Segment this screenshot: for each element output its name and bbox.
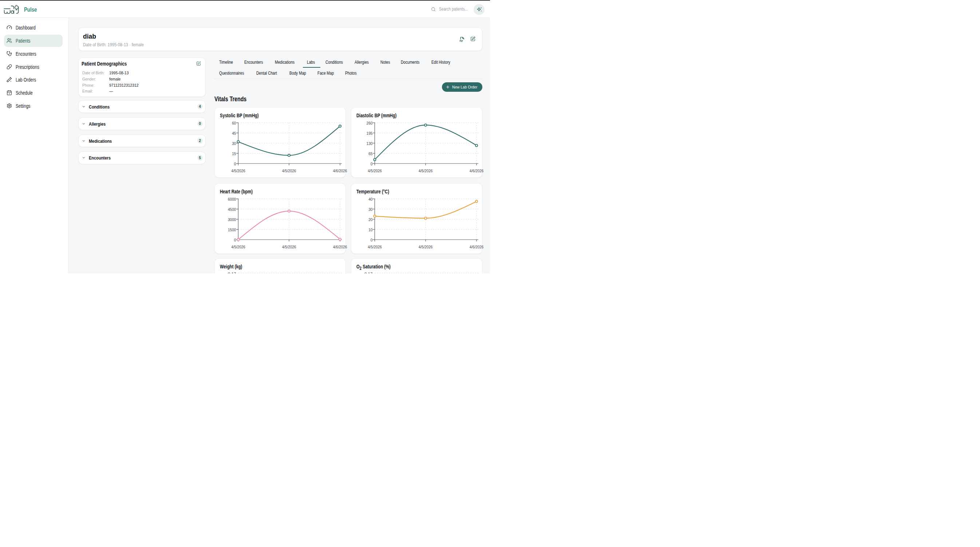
svg-text:40: 40 bbox=[368, 197, 372, 201]
svg-text:60: 60 bbox=[232, 121, 236, 125]
svg-text:4/5/2026: 4/5/2026 bbox=[282, 169, 296, 173]
svg-text:0: 0 bbox=[370, 238, 372, 242]
svg-text:4/5/2026: 4/5/2026 bbox=[282, 245, 296, 249]
svg-text:0.17: 0.17 bbox=[228, 272, 236, 273]
svg-text:130: 130 bbox=[366, 141, 372, 146]
svg-text:4/5/2026: 4/5/2026 bbox=[368, 169, 382, 173]
svg-text:195: 195 bbox=[366, 131, 372, 136]
svg-text:4500: 4500 bbox=[228, 207, 236, 211]
svg-text:30: 30 bbox=[368, 207, 372, 211]
svg-text:3000: 3000 bbox=[228, 217, 236, 222]
svg-text:4/6/2026: 4/6/2026 bbox=[469, 169, 484, 173]
svg-text:PDF: PDF bbox=[460, 39, 463, 42]
svg-text:4/6/2026: 4/6/2026 bbox=[333, 169, 347, 173]
svg-text:4/5/2026: 4/5/2026 bbox=[418, 245, 433, 249]
svg-text:4/5/2026: 4/5/2026 bbox=[368, 245, 382, 249]
svg-text:45: 45 bbox=[232, 131, 236, 136]
svg-text:4/5/2026: 4/5/2026 bbox=[418, 169, 433, 173]
svg-text:10: 10 bbox=[368, 227, 372, 231]
svg-text:0: 0 bbox=[370, 162, 372, 166]
svg-text:20: 20 bbox=[368, 217, 372, 222]
svg-text:0: 0 bbox=[234, 238, 236, 242]
svg-text:0: 0 bbox=[234, 162, 236, 166]
svg-text:1500: 1500 bbox=[228, 227, 236, 231]
svg-text:6000: 6000 bbox=[228, 197, 236, 201]
svg-text:15: 15 bbox=[232, 152, 236, 156]
svg-text:4/6/2026: 4/6/2026 bbox=[333, 245, 347, 249]
svg-text:4/5/2026: 4/5/2026 bbox=[231, 245, 245, 249]
svg-text:30: 30 bbox=[232, 141, 236, 146]
svg-text:4/5/2026: 4/5/2026 bbox=[231, 169, 245, 173]
svg-text:4/6/2026: 4/6/2026 bbox=[469, 245, 484, 249]
svg-text:65: 65 bbox=[368, 152, 372, 156]
svg-text:260: 260 bbox=[366, 121, 372, 125]
svg-text:0.17: 0.17 bbox=[364, 272, 373, 273]
